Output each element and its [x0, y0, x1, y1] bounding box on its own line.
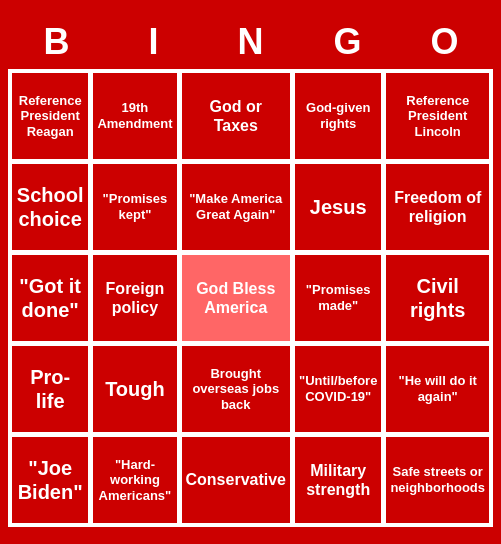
- bingo-grid: Reference President Reagan19th Amendment…: [8, 69, 493, 527]
- header-letter: O: [396, 17, 493, 67]
- header-letter: B: [8, 17, 105, 67]
- cell-r3-c0: Pro-life: [11, 345, 89, 433]
- cell-r1-c1: "Promises kept": [92, 163, 177, 251]
- cell-r3-c3: "Until/before COVID-19": [294, 345, 382, 433]
- cell-r0-c2: God or Taxes: [181, 72, 292, 160]
- cell-r2-c1: Foreign policy: [92, 254, 177, 342]
- cell-r2-c0: "Got it done": [11, 254, 89, 342]
- cell-r4-c3: Military strength: [294, 436, 382, 524]
- cell-r1-c3: Jesus: [294, 163, 382, 251]
- bingo-card: BINGO Reference President Reagan19th Ame…: [0, 9, 501, 535]
- cell-r0-c1: 19th Amendment: [92, 72, 177, 160]
- cell-r3-c2: Brought overseas jobs back: [181, 345, 292, 433]
- cell-r1-c4: Freedom of religion: [385, 163, 490, 251]
- cell-r2-c2: God Bless America: [181, 254, 292, 342]
- cell-r1-c2: "Make America Great Again": [181, 163, 292, 251]
- cell-r4-c0: "Joe Biden": [11, 436, 89, 524]
- cell-r0-c4: Reference President Lincoln: [385, 72, 490, 160]
- cell-r4-c4: Safe streets or neighborhoods: [385, 436, 490, 524]
- cell-r4-c2: Conservative: [181, 436, 292, 524]
- cell-r2-c3: "Promises made": [294, 254, 382, 342]
- cell-r3-c1: Tough: [92, 345, 177, 433]
- cell-r0-c3: God-given rights: [294, 72, 382, 160]
- cell-r1-c0: School choice: [11, 163, 89, 251]
- cell-r4-c1: "Hard-working Americans": [92, 436, 177, 524]
- header-letter: I: [105, 17, 202, 67]
- header-letter: G: [299, 17, 396, 67]
- cell-r2-c4: Civil rights: [385, 254, 490, 342]
- cell-r3-c4: "He will do it again": [385, 345, 490, 433]
- cell-r0-c0: Reference President Reagan: [11, 72, 89, 160]
- header-letter: N: [202, 17, 299, 67]
- bingo-header: BINGO: [8, 17, 493, 67]
